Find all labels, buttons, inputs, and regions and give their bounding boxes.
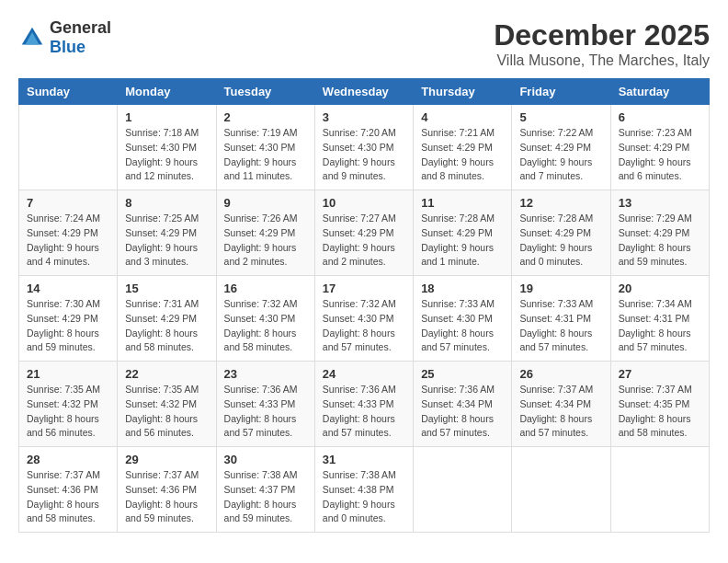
- calendar-cell: 10Sunrise: 7:27 AMSunset: 4:29 PMDayligh…: [314, 190, 413, 276]
- calendar-cell: 13Sunrise: 7:29 AMSunset: 4:29 PMDayligh…: [610, 190, 709, 276]
- logo-icon: [18, 24, 46, 52]
- day-number: 23: [224, 367, 307, 381]
- header: General Blue December 2025 Villa Musone,…: [18, 18, 710, 69]
- day-info: Sunrise: 7:33 AMSunset: 4:30 PMDaylight:…: [421, 297, 504, 355]
- day-info: Sunrise: 7:32 AMSunset: 4:30 PMDaylight:…: [224, 297, 307, 355]
- day-number: 18: [421, 282, 504, 295]
- day-info: Sunrise: 7:21 AMSunset: 4:29 PMDaylight:…: [421, 126, 504, 184]
- calendar-cell: 16Sunrise: 7:32 AMSunset: 4:30 PMDayligh…: [216, 276, 314, 362]
- calendar-cell: 25Sunrise: 7:36 AMSunset: 4:34 PMDayligh…: [414, 362, 512, 447]
- day-number: 11: [421, 196, 504, 210]
- day-info: Sunrise: 7:37 AMSunset: 4:36 PMDaylight:…: [125, 468, 208, 526]
- day-info: Sunrise: 7:22 AMSunset: 4:29 PMDaylight:…: [519, 126, 602, 184]
- day-info: Sunrise: 7:27 AMSunset: 4:29 PMDaylight:…: [323, 212, 405, 270]
- day-info: Sunrise: 7:29 AMSunset: 4:29 PMDaylight:…: [619, 212, 701, 270]
- calendar-cell: 3Sunrise: 7:20 AMSunset: 4:30 PMDaylight…: [314, 105, 413, 190]
- day-info: Sunrise: 7:36 AMSunset: 4:34 PMDaylight:…: [421, 383, 504, 441]
- day-number: 30: [224, 453, 307, 466]
- day-number: 28: [27, 453, 109, 466]
- logo-blue-text: Blue: [50, 38, 85, 56]
- day-number: 19: [519, 282, 602, 295]
- day-number: 5: [519, 110, 602, 124]
- calendar-cell: [19, 105, 118, 190]
- day-number: 2: [224, 110, 307, 124]
- calendar-cell: 2Sunrise: 7:19 AMSunset: 4:30 PMDaylight…: [216, 105, 314, 190]
- calendar-cell: 17Sunrise: 7:32 AMSunset: 4:30 PMDayligh…: [314, 276, 413, 362]
- day-info: Sunrise: 7:30 AMSunset: 4:29 PMDaylight:…: [27, 297, 109, 355]
- day-info: Sunrise: 7:35 AMSunset: 4:32 PMDaylight:…: [125, 383, 208, 441]
- day-number: 16: [224, 282, 307, 295]
- week-row-0: 1Sunrise: 7:18 AMSunset: 4:30 PMDaylight…: [19, 105, 710, 190]
- calendar-cell: 9Sunrise: 7:26 AMSunset: 4:29 PMDaylight…: [216, 190, 314, 276]
- calendar-cell: 29Sunrise: 7:37 AMSunset: 4:36 PMDayligh…: [118, 447, 216, 533]
- week-row-3: 21Sunrise: 7:35 AMSunset: 4:32 PMDayligh…: [19, 362, 710, 447]
- day-info: Sunrise: 7:28 AMSunset: 4:29 PMDaylight:…: [519, 212, 602, 270]
- calendar-cell: 27Sunrise: 7:37 AMSunset: 4:35 PMDayligh…: [610, 362, 709, 447]
- calendar-cell: 23Sunrise: 7:36 AMSunset: 4:33 PMDayligh…: [216, 362, 314, 447]
- day-info: Sunrise: 7:18 AMSunset: 4:30 PMDaylight:…: [125, 126, 208, 184]
- calendar-cell: 12Sunrise: 7:28 AMSunset: 4:29 PMDayligh…: [512, 190, 610, 276]
- calendar-cell: 21Sunrise: 7:35 AMSunset: 4:32 PMDayligh…: [19, 362, 118, 447]
- day-info: Sunrise: 7:38 AMSunset: 4:37 PMDaylight:…: [224, 468, 307, 526]
- day-number: 21: [27, 367, 109, 381]
- week-row-1: 7Sunrise: 7:24 AMSunset: 4:29 PMDaylight…: [19, 190, 710, 276]
- day-info: Sunrise: 7:19 AMSunset: 4:30 PMDaylight:…: [224, 126, 307, 184]
- day-info: Sunrise: 7:32 AMSunset: 4:30 PMDaylight:…: [323, 297, 405, 355]
- calendar-cell: 20Sunrise: 7:34 AMSunset: 4:31 PMDayligh…: [610, 276, 709, 362]
- day-info: Sunrise: 7:24 AMSunset: 4:29 PMDaylight:…: [27, 212, 109, 270]
- calendar-cell: 19Sunrise: 7:33 AMSunset: 4:31 PMDayligh…: [512, 276, 610, 362]
- header-day-tuesday: Tuesday: [216, 79, 314, 105]
- header-day-saturday: Saturday: [610, 79, 709, 105]
- day-number: 12: [519, 196, 602, 210]
- calendar-cell: 1Sunrise: 7:18 AMSunset: 4:30 PMDaylight…: [118, 105, 216, 190]
- calendar-cell: 4Sunrise: 7:21 AMSunset: 4:29 PMDaylight…: [414, 105, 512, 190]
- day-number: 7: [27, 196, 109, 210]
- calendar-cell: 18Sunrise: 7:33 AMSunset: 4:30 PMDayligh…: [414, 276, 512, 362]
- day-info: Sunrise: 7:37 AMSunset: 4:35 PMDaylight:…: [619, 383, 701, 441]
- day-number: 25: [421, 367, 504, 381]
- header-day-monday: Monday: [118, 79, 216, 105]
- day-info: Sunrise: 7:37 AMSunset: 4:34 PMDaylight:…: [519, 383, 602, 441]
- day-number: 4: [421, 110, 504, 124]
- day-info: Sunrise: 7:36 AMSunset: 4:33 PMDaylight:…: [224, 383, 307, 441]
- day-number: 29: [125, 453, 208, 466]
- calendar-cell: 22Sunrise: 7:35 AMSunset: 4:32 PMDayligh…: [118, 362, 216, 447]
- day-info: Sunrise: 7:28 AMSunset: 4:29 PMDaylight:…: [421, 212, 504, 270]
- day-info: Sunrise: 7:26 AMSunset: 4:29 PMDaylight:…: [224, 212, 307, 270]
- calendar-cell: [610, 447, 709, 533]
- calendar-cell: 15Sunrise: 7:31 AMSunset: 4:29 PMDayligh…: [118, 276, 216, 362]
- day-number: 9: [224, 196, 307, 210]
- calendar-cell: 7Sunrise: 7:24 AMSunset: 4:29 PMDaylight…: [19, 190, 118, 276]
- day-number: 24: [323, 367, 405, 381]
- month-title: December 2025: [494, 18, 710, 52]
- calendar-cell: 8Sunrise: 7:25 AMSunset: 4:29 PMDaylight…: [118, 190, 216, 276]
- day-info: Sunrise: 7:31 AMSunset: 4:29 PMDaylight:…: [125, 297, 208, 355]
- day-number: 6: [619, 110, 701, 124]
- day-number: 13: [619, 196, 701, 210]
- title-area: December 2025 Villa Musone, The Marches,…: [494, 18, 710, 69]
- calendar-cell: 26Sunrise: 7:37 AMSunset: 4:34 PMDayligh…: [512, 362, 610, 447]
- day-number: 27: [619, 367, 701, 381]
- calendar-cell: [414, 447, 512, 533]
- calendar-cell: 30Sunrise: 7:38 AMSunset: 4:37 PMDayligh…: [216, 447, 314, 533]
- calendar-cell: 6Sunrise: 7:23 AMSunset: 4:29 PMDaylight…: [610, 105, 709, 190]
- day-info: Sunrise: 7:35 AMSunset: 4:32 PMDaylight:…: [27, 383, 109, 441]
- week-row-2: 14Sunrise: 7:30 AMSunset: 4:29 PMDayligh…: [19, 276, 710, 362]
- day-info: Sunrise: 7:34 AMSunset: 4:31 PMDaylight:…: [619, 297, 701, 355]
- calendar-cell: 28Sunrise: 7:37 AMSunset: 4:36 PMDayligh…: [19, 447, 118, 533]
- header-row: SundayMondayTuesdayWednesdayThursdayFrid…: [19, 79, 710, 105]
- day-info: Sunrise: 7:23 AMSunset: 4:29 PMDaylight:…: [619, 126, 701, 184]
- day-info: Sunrise: 7:33 AMSunset: 4:31 PMDaylight:…: [519, 297, 602, 355]
- day-info: Sunrise: 7:20 AMSunset: 4:30 PMDaylight:…: [323, 126, 405, 184]
- calendar-cell: 14Sunrise: 7:30 AMSunset: 4:29 PMDayligh…: [19, 276, 118, 362]
- day-number: 26: [519, 367, 602, 381]
- day-number: 15: [125, 282, 208, 295]
- calendar-table: SundayMondayTuesdayWednesdayThursdayFrid…: [18, 78, 710, 533]
- day-info: Sunrise: 7:25 AMSunset: 4:29 PMDaylight:…: [125, 212, 208, 270]
- logo-general-text: General: [50, 18, 111, 37]
- day-info: Sunrise: 7:37 AMSunset: 4:36 PMDaylight:…: [27, 468, 109, 526]
- day-info: Sunrise: 7:36 AMSunset: 4:33 PMDaylight:…: [323, 383, 405, 441]
- calendar-cell: 24Sunrise: 7:36 AMSunset: 4:33 PMDayligh…: [314, 362, 413, 447]
- day-number: 31: [323, 453, 405, 466]
- header-day-thursday: Thursday: [414, 79, 512, 105]
